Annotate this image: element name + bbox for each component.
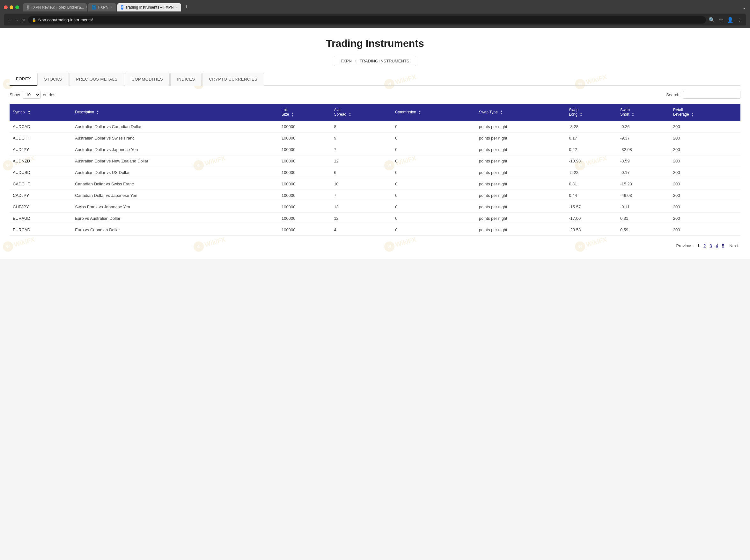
cell-description: Australian Dollar vs New Zealand Dollar: [72, 155, 278, 167]
cell-lot-size: 100000: [278, 190, 331, 201]
table-body: AUDCAD Australian Dollar vs Canadian Dol…: [9, 121, 741, 236]
cell-retail-leverage: 200: [670, 144, 741, 155]
cell-commission: 0: [392, 201, 476, 213]
address-bar: ← → ✕ 🔒 fxpn.com/trading-instruments/ 🔍 …: [4, 14, 746, 25]
cell-swap-long: 0.17: [566, 132, 617, 144]
search-label: Search:: [666, 92, 680, 97]
menu-icon[interactable]: ⋮: [737, 17, 742, 23]
tab-bar: F FXPN Review, Forex Broker&... × T FXPN…: [4, 3, 746, 12]
col-lot-size[interactable]: LotSize ▲▼: [278, 104, 331, 121]
cell-swap-short: -0.26: [617, 121, 670, 132]
col-commission[interactable]: Commission ▲▼: [392, 104, 476, 121]
cell-swap-type: points per night: [476, 190, 566, 201]
cell-swap-type: points per night: [476, 167, 566, 179]
tab-overflow-button[interactable]: ⌄: [742, 4, 746, 10]
page-5[interactable]: 5: [721, 242, 726, 249]
tab-indices[interactable]: INDICES: [170, 72, 201, 86]
tabs-nav: FOREX STOCKS PRECIOUS METALS COMMODITIES…: [9, 72, 741, 86]
tab-close-2[interactable]: ×: [110, 5, 112, 9]
search-icon[interactable]: 🔍: [709, 17, 715, 23]
cell-swap-short: -15.23: [617, 179, 670, 190]
cell-swap-type: points per night: [476, 224, 566, 236]
sort-icon-avg-spread: ▲▼: [349, 112, 351, 117]
forward-button[interactable]: →: [15, 18, 19, 23]
maximize-window-button[interactable]: [15, 5, 19, 9]
page-1[interactable]: 1: [696, 242, 701, 249]
tab-favicon-2: T: [92, 5, 96, 9]
sort-icon-swap-short: ▲▼: [632, 112, 634, 117]
cell-swap-type: points per night: [476, 144, 566, 155]
table-header-row: Symbol ▲▼ Description ▲▼ LotSize ▲▼ AvgS…: [9, 104, 741, 121]
cell-commission: 0: [392, 190, 476, 201]
cell-swap-type: points per night: [476, 201, 566, 213]
cell-swap-long: -23.58: [566, 224, 617, 236]
cell-swap-long: 0.22: [566, 144, 617, 155]
browser-tab-3[interactable]: G Trading Instruments – FXPN ×: [117, 3, 181, 12]
breadcrumb-parent[interactable]: FXPN: [340, 59, 352, 63]
tab-forex[interactable]: FOREX: [9, 72, 37, 86]
cell-commission: 0: [392, 167, 476, 179]
browser-tab-1[interactable]: F FXPN Review, Forex Broker&... ×: [23, 3, 87, 12]
entries-select[interactable]: 10 25 50 100: [23, 91, 40, 99]
cell-description: Australian Dollar vs Japanese Yen: [72, 144, 278, 155]
breadcrumb-separator: ›: [355, 59, 356, 63]
search-input[interactable]: [683, 91, 741, 99]
col-retail-leverage[interactable]: RetailLeverage ▲▼: [670, 104, 741, 121]
breadcrumb-wrapper: FXPN › TRADING INSTRUMENTS: [0, 56, 750, 66]
cell-swap-long: 0.31: [566, 179, 617, 190]
back-button[interactable]: ←: [8, 18, 12, 23]
cell-swap-short: 0.59: [617, 224, 670, 236]
minimize-window-button[interactable]: [9, 5, 14, 9]
browser-tab-2[interactable]: T FXPN ×: [88, 3, 116, 12]
cell-swap-long: -15.57: [566, 201, 617, 213]
col-avg-spread[interactable]: AvgSpread ▲▼: [331, 104, 392, 121]
sort-icon-swap-type: ▲▼: [500, 110, 502, 115]
next-button[interactable]: Next: [727, 242, 741, 249]
cell-avg-spread: 12: [331, 213, 392, 224]
cell-retail-leverage: 200: [670, 132, 741, 144]
table-row: CADCHF Canadian Dollar vs Swiss Franc 10…: [9, 179, 741, 190]
cell-swap-type: points per night: [476, 132, 566, 144]
col-swap-type[interactable]: Swap Type ▲▼: [476, 104, 566, 121]
tab-precious-metals[interactable]: PRECIOUS METALS: [70, 72, 124, 86]
url-text: fxpn.com/trading-instruments/: [38, 18, 93, 22]
new-tab-button[interactable]: +: [182, 3, 191, 12]
page-4[interactable]: 4: [715, 242, 719, 249]
tab-close-3[interactable]: ×: [176, 5, 178, 9]
sort-icon-symbol: ▲▼: [28, 110, 30, 115]
tab-stocks[interactable]: STOCKS: [37, 72, 68, 86]
table-row: EURCAD Euro vs Canadian Dollar 100000 4 …: [9, 224, 741, 236]
cell-swap-long: -17.00: [566, 213, 617, 224]
cell-retail-leverage: 200: [670, 167, 741, 179]
col-swap-short[interactable]: SwapShort ▲▼: [617, 104, 670, 121]
cell-avg-spread: 7: [331, 144, 392, 155]
cell-commission: 0: [392, 224, 476, 236]
sort-icon-swap-long: ▲▼: [580, 112, 582, 117]
col-swap-long[interactable]: SwapLong ▲▼: [566, 104, 617, 121]
url-input-area[interactable]: 🔒 fxpn.com/trading-instruments/: [28, 16, 706, 24]
table-wrapper: Symbol ▲▼ Description ▲▼ LotSize ▲▼ AvgS…: [0, 104, 750, 236]
previous-button[interactable]: Previous: [674, 242, 695, 249]
cell-symbol: CADJPY: [9, 190, 72, 201]
col-description[interactable]: Description ▲▼: [72, 104, 278, 121]
cell-commission: 0: [392, 155, 476, 167]
page-2[interactable]: 2: [702, 242, 707, 249]
profile-icon[interactable]: 👤: [727, 17, 733, 23]
col-symbol[interactable]: Symbol ▲▼: [9, 104, 72, 121]
cell-symbol: EURAUD: [9, 213, 72, 224]
tab-commodities[interactable]: COMMODITIES: [125, 72, 170, 86]
bookmark-icon[interactable]: ☆: [719, 17, 723, 23]
tab-close-1[interactable]: ×: [86, 5, 87, 9]
table-row: CADJPY Canadian Dollar vs Japanese Yen 1…: [9, 190, 741, 201]
cell-retail-leverage: 200: [670, 190, 741, 201]
tab-crypto-currencies[interactable]: CRYPTO CURRENCIES: [202, 72, 264, 86]
page-3[interactable]: 3: [709, 242, 713, 249]
cell-swap-type: points per night: [476, 155, 566, 167]
cell-avg-spread: 12: [331, 155, 392, 167]
traffic-lights: [4, 5, 19, 9]
cell-commission: 0: [392, 213, 476, 224]
reload-button[interactable]: ✕: [22, 18, 25, 23]
close-window-button[interactable]: [4, 5, 8, 9]
cell-lot-size: 100000: [278, 155, 331, 167]
cell-symbol: AUDUSD: [9, 167, 72, 179]
